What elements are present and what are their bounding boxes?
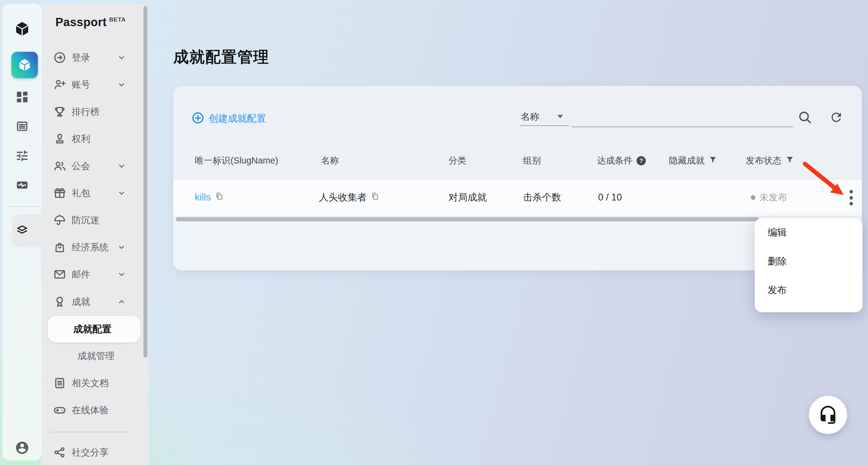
- sidebar-item-label: 公会: [72, 160, 90, 172]
- tune-icon[interactable]: [2, 149, 41, 163]
- status-dot-icon: [751, 195, 755, 200]
- cell-category: 对局成就: [448, 188, 487, 207]
- sidebar-item-label: 防沉迷: [72, 214, 99, 227]
- rail-divider: [9, 206, 39, 207]
- chevron-down-icon: [117, 270, 126, 279]
- filter-field-value: 名称: [521, 111, 539, 123]
- status-badge: 未发布: [760, 191, 787, 204]
- annotation-arrow: [796, 158, 851, 201]
- stamp-icon: [53, 132, 66, 146]
- umbrella-icon: [53, 213, 66, 227]
- menu-item-delete[interactable]: 删除: [755, 252, 863, 271]
- gamepad-icon: [53, 403, 66, 417]
- sidebar-item-docs[interactable]: 相关文档: [41, 370, 149, 397]
- brand: Passport BETA: [55, 16, 126, 29]
- sidebar-item-guild[interactable]: 公会: [41, 152, 149, 179]
- sidebar-item-label: 登录: [72, 52, 90, 64]
- trophy-icon: [53, 105, 66, 119]
- achievement-config-page: Passport BETA 登录 账号 排行榜 权利 公会: [0, 0, 868, 465]
- sidebar-scrollbar[interactable]: [144, 6, 148, 357]
- sidebar-item-online-demo[interactable]: 在线体验: [41, 397, 149, 424]
- plus-circle-icon: [191, 112, 205, 126]
- receipt-icon[interactable]: [2, 119, 41, 133]
- brand-beta-badge: BETA: [109, 16, 126, 23]
- services-layers-icon[interactable]: [2, 224, 41, 238]
- slug-link[interactable]: kills: [195, 192, 211, 203]
- sidebar-item-anti-addiction[interactable]: 防沉迷: [41, 207, 149, 234]
- sidebar-item-social-share[interactable]: 社交分享: [41, 439, 149, 465]
- gift-icon: [53, 186, 66, 200]
- chevron-down-icon: [117, 162, 126, 171]
- select-caret-icon: [557, 115, 563, 118]
- sidebar-item-entitlements[interactable]: 权利: [41, 125, 149, 152]
- filter-funnel-icon[interactable]: [785, 155, 794, 166]
- copy-icon[interactable]: [371, 192, 379, 203]
- sidebar-item-login[interactable]: 登录: [41, 44, 149, 71]
- sidebar-item-label: 礼包: [72, 187, 90, 200]
- col-header-slug: 唯一标识(SlugName): [195, 151, 278, 170]
- user-avatar-icon[interactable]: [2, 440, 41, 455]
- support-headset-button[interactable]: [809, 396, 847, 434]
- chevron-down-icon: [117, 80, 126, 89]
- menu-item-publish[interactable]: 发布: [755, 280, 863, 300]
- sidebar-item-label: 经济系统: [72, 241, 108, 254]
- sidebar-item-label: 相关文档: [72, 377, 108, 389]
- sidebar-item-mail[interactable]: 邮件: [41, 261, 149, 288]
- create-achievement-label: 创建成就配置: [209, 112, 266, 125]
- unity-logo-icon[interactable]: [2, 20, 41, 38]
- sidebar-item-achievement[interactable]: 成就: [41, 288, 149, 315]
- search-button[interactable]: [797, 109, 813, 125]
- horizontal-scrollbar[interactable]: [176, 217, 760, 222]
- medal-icon: [53, 295, 66, 309]
- chevron-down-icon: [117, 243, 126, 252]
- sidebar-item-label: 排行榜: [72, 106, 99, 118]
- guild-icon: [53, 159, 66, 173]
- col-header-name: 名称: [321, 151, 339, 170]
- cell-slug: kills: [195, 188, 223, 207]
- select-underline: [520, 125, 569, 126]
- bag-icon: [53, 240, 66, 254]
- sidebar-item-label: 社交分享: [72, 446, 108, 459]
- sidebar-item-label: 邮件: [72, 268, 90, 281]
- sidebar-item-label: 在线体验: [72, 404, 108, 417]
- col-header-group: 组别: [523, 151, 541, 170]
- share-icon: [53, 445, 66, 459]
- pulse-icon[interactable]: [2, 178, 41, 192]
- search-input[interactable]: [571, 109, 793, 127]
- login-icon: [53, 51, 66, 64]
- col-header-category: 分类: [448, 151, 466, 170]
- dashboard-icon[interactable]: [2, 90, 41, 104]
- sidebar-item-giftpack[interactable]: 礼包: [41, 179, 149, 207]
- col-header-condition: 达成条件 ?: [597, 151, 646, 170]
- chevron-down-icon: [117, 188, 126, 198]
- refresh-button[interactable]: [828, 109, 844, 125]
- cell-status: 未发布: [751, 188, 787, 207]
- sidebar-item-achievement-config-active[interactable]: 成就配置: [48, 316, 141, 343]
- document-icon: [53, 376, 66, 390]
- sidebar-item-label: 成就配置: [73, 323, 112, 336]
- brand-name: Passport: [55, 16, 107, 29]
- filter-funnel-icon[interactable]: [709, 155, 717, 166]
- chevron-up-icon: [117, 297, 126, 307]
- account-add-icon: [53, 78, 66, 91]
- sidebar: Passport BETA 登录 账号 排行榜 权利 公会: [41, 4, 149, 465]
- sidebar-item-label: 权利: [72, 133, 90, 145]
- chevron-down-icon: [117, 53, 126, 62]
- create-achievement-button[interactable]: 创建成就配置: [191, 108, 266, 129]
- sidebar-item-label: 账号: [72, 79, 90, 91]
- sidebar-divider: [51, 432, 129, 432]
- sidebar-item-account[interactable]: 账号: [41, 71, 149, 98]
- filter-field-select[interactable]: 名称: [520, 108, 569, 126]
- copy-icon[interactable]: [215, 192, 223, 203]
- cell-condition: 0 / 10: [598, 188, 622, 207]
- col-header-hidden: 隐藏成就: [669, 151, 717, 170]
- sidebar-item-leaderboard[interactable]: 排行榜: [41, 98, 149, 125]
- achievement-name: 人头收集者: [319, 191, 367, 204]
- menu-item-edit[interactable]: 编辑: [755, 223, 863, 242]
- help-icon[interactable]: ?: [637, 156, 646, 165]
- project-tile-icon[interactable]: [11, 52, 38, 78]
- sidebar-item-label: 成就管理: [78, 350, 115, 362]
- cell-group: 击杀个数: [523, 188, 561, 207]
- sidebar-item-economy[interactable]: 经济系统: [41, 234, 149, 261]
- sidebar-item-achievement-manage[interactable]: 成就管理: [41, 343, 149, 370]
